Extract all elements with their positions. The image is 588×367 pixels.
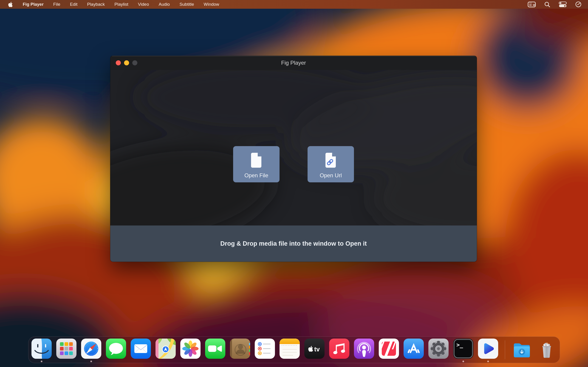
- window-content: Open File Open Url: [110, 70, 477, 225]
- apple-menu-icon[interactable]: [8, 1, 13, 8]
- dock-item-maps[interactable]: [155, 338, 176, 359]
- dock-container: tv: [0, 336, 588, 363]
- document-icon: [250, 152, 263, 168]
- facetime-icon: [205, 338, 225, 359]
- trash-icon: [536, 338, 557, 359]
- running-indicator: [487, 361, 489, 362]
- document-link-icon: [324, 152, 337, 168]
- contacts-icon: [230, 338, 250, 359]
- launchpad-icon: [56, 338, 77, 359]
- dock-item-app-store[interactable]: [403, 338, 424, 359]
- drop-zone-bar: Drog & Drop media file into the window t…: [110, 225, 477, 262]
- menu-bar: Fig Player File Edit Playback Playlist V…: [0, 0, 588, 9]
- dock-item-finder[interactable]: [31, 338, 52, 359]
- dock: tv: [28, 336, 560, 363]
- running-indicator: [41, 361, 42, 362]
- podcasts-icon: [354, 338, 374, 359]
- running-indicator: [462, 361, 464, 362]
- dock-item-launchpad[interactable]: [56, 338, 77, 359]
- dock-item-tv[interactable]: tv: [304, 338, 325, 359]
- dock-item-notes[interactable]: [279, 338, 300, 359]
- menu-playback[interactable]: Playback: [87, 2, 105, 7]
- dock-item-downloads[interactable]: [511, 338, 532, 359]
- downloads-folder-icon: [511, 338, 532, 359]
- zoom-button-disabled[interactable]: [132, 60, 137, 65]
- svg-text:⌘: ⌘: [532, 3, 536, 7]
- close-button[interactable]: [116, 60, 121, 65]
- menu-window[interactable]: Window: [204, 2, 219, 7]
- open-file-label: Open File: [244, 172, 268, 179]
- dock-item-terminal[interactable]: >_: [453, 338, 474, 359]
- maps-icon: [155, 338, 176, 359]
- messages-icon: [106, 338, 126, 359]
- menu-subtitle[interactable]: Subtitle: [179, 2, 194, 7]
- dock-item-safari[interactable]: [81, 338, 102, 359]
- dock-item-messages[interactable]: [106, 338, 126, 359]
- music-icon: [329, 338, 350, 359]
- dock-item-news[interactable]: [379, 338, 399, 359]
- fig-player-icon: [478, 338, 498, 359]
- photos-icon: [180, 338, 201, 359]
- dock-item-mail[interactable]: [130, 338, 151, 359]
- open-actions-row: Open File Open Url: [110, 146, 477, 182]
- input-menu-icon[interactable]: ⌘: [527, 1, 536, 8]
- window-titlebar[interactable]: Fig Player: [110, 56, 477, 70]
- dock-separator: [505, 340, 505, 359]
- open-url-button[interactable]: Open Url: [308, 146, 354, 182]
- minimize-button[interactable]: [124, 60, 129, 65]
- mail-icon: [130, 338, 151, 359]
- dock-item-facetime[interactable]: [205, 338, 225, 359]
- terminal-icon: >_: [453, 338, 474, 359]
- traffic-lights: [116, 56, 137, 70]
- svg-text:tv: tv: [314, 346, 320, 353]
- fig-player-window: Fig Player Open File: [110, 56, 477, 262]
- reminders-icon: [254, 338, 275, 359]
- spotlight-search-icon[interactable]: [544, 1, 550, 8]
- menu-audio[interactable]: Audio: [159, 2, 170, 7]
- dock-item-podcasts[interactable]: [354, 338, 374, 359]
- dock-item-fig-player[interactable]: [478, 338, 498, 359]
- system-settings-icon: [428, 338, 449, 359]
- notes-icon: [279, 338, 300, 359]
- menu-bar-left: Fig Player File Edit Playback Playlist V…: [0, 1, 219, 8]
- dock-item-reminders[interactable]: [254, 338, 275, 359]
- menu-bar-status: ⌘: [527, 1, 588, 8]
- open-url-label: Open Url: [320, 172, 342, 179]
- dock-item-music[interactable]: [329, 338, 350, 359]
- apple-tv-icon: tv: [304, 338, 325, 359]
- open-file-button[interactable]: Open File: [233, 146, 279, 182]
- safari-icon: [81, 338, 102, 359]
- dock-item-contacts[interactable]: [230, 338, 250, 359]
- menu-app-name[interactable]: Fig Player: [23, 2, 44, 7]
- dock-item-trash[interactable]: [536, 338, 557, 359]
- svg-text:>_: >_: [456, 342, 463, 348]
- running-indicator: [90, 361, 92, 362]
- drop-hint-text: Drog & Drop media file into the window t…: [220, 240, 367, 247]
- finder-icon: [31, 338, 52, 359]
- menu-video[interactable]: Video: [138, 2, 149, 7]
- menu-edit[interactable]: Edit: [70, 2, 78, 7]
- news-icon: [379, 338, 399, 359]
- control-center-icon[interactable]: [559, 1, 567, 8]
- menu-file[interactable]: File: [53, 2, 61, 7]
- clock-icon[interactable]: [575, 1, 582, 8]
- menu-playlist[interactable]: Playlist: [114, 2, 128, 7]
- window-title: Fig Player: [281, 60, 306, 66]
- app-store-icon: [403, 338, 424, 359]
- dock-item-system-settings[interactable]: [428, 338, 449, 359]
- dock-item-photos[interactable]: [180, 338, 201, 359]
